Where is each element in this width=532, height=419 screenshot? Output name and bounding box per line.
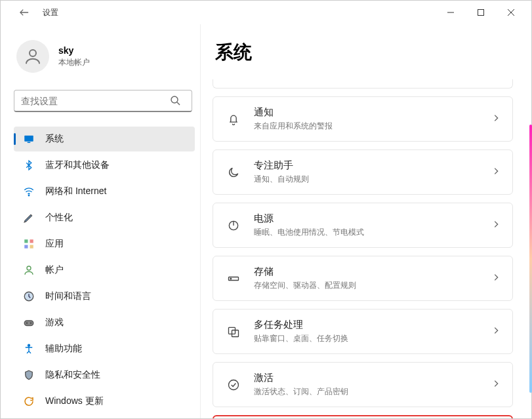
card-title: 多任务处理 — [254, 319, 491, 331]
svg-rect-9 — [30, 245, 33, 249]
chevron-right-icon — [491, 167, 501, 178]
sidebar-item-personalize[interactable]: 个性化 — [14, 205, 195, 230]
chevron-right-icon — [491, 273, 501, 285]
sidebar-item-label: 个性化 — [45, 212, 73, 224]
svg-rect-7 — [30, 239, 33, 243]
svg-point-18 — [230, 278, 232, 279]
chevron-right-icon — [491, 326, 501, 338]
card-subtitle: 睡眠、电池使用情况、节电模式 — [254, 227, 491, 238]
bell-icon — [225, 113, 242, 126]
sidebar-item-label: 隐私和安全性 — [45, 369, 100, 381]
chevron-right-icon — [491, 113, 501, 125]
chevron-right-icon — [491, 220, 501, 231]
time-icon — [23, 290, 35, 302]
privacy-icon — [23, 369, 35, 381]
card-title: 电源 — [254, 212, 491, 225]
account-icon — [23, 264, 35, 276]
sidebar-item-privacy[interactable]: 隐私和安全性 — [14, 363, 195, 388]
sidebar-item-wifi[interactable]: 网络和 Internet — [14, 179, 195, 204]
card-storage[interactable]: 存储存储空间、驱动器、配置规则 — [213, 256, 513, 301]
svg-rect-3 — [24, 136, 33, 142]
multitask-icon — [225, 325, 242, 338]
search-input[interactable] — [14, 90, 192, 112]
avatar — [16, 40, 49, 73]
sidebar-item-update[interactable]: Windows 更新 — [14, 389, 195, 413]
svg-rect-4 — [28, 142, 31, 144]
sidebar-item-label: 蓝牙和其他设备 — [45, 159, 110, 171]
card-subtitle: 贴靠窗口、桌面、任务切换 — [254, 333, 491, 344]
storage-icon — [225, 272, 242, 285]
card-title: 通知 — [254, 106, 491, 119]
back-button[interactable] — [16, 5, 32, 20]
sidebar-item-system[interactable]: 系统 — [14, 127, 195, 151]
sidebar-item-label: 辅助功能 — [45, 343, 82, 355]
svg-point-13 — [26, 323, 28, 324]
personalize-icon — [23, 212, 35, 224]
search-icon — [170, 95, 180, 108]
svg-rect-0 — [478, 10, 484, 16]
card-title: 专注助手 — [254, 159, 491, 172]
user-subtitle: 本地帐户 — [58, 57, 90, 68]
card-activate[interactable]: 激活激活状态、订阅、产品密钥 — [213, 362, 513, 407]
sidebar-item-apps[interactable]: 应用 — [14, 231, 195, 256]
card-subtitle: 来自应用和系统的警报 — [254, 121, 491, 132]
sidebar-item-label: 时间和语言 — [45, 290, 91, 302]
activate-icon — [225, 378, 242, 391]
svg-point-1 — [30, 50, 36, 56]
apps-icon — [23, 238, 35, 250]
main-panel: 系统 通知来自应用和系统的警报专注助手通知、自动规则电源睡眠、电池使用情况、节电… — [201, 24, 531, 418]
search-box[interactable] — [14, 90, 195, 112]
power-icon — [225, 219, 242, 232]
sidebar-item-label: 游戏 — [45, 317, 64, 329]
window-title: 设置 — [43, 7, 58, 18]
svg-point-10 — [27, 266, 31, 270]
card-subtitle: 激活状态、订阅、产品密钥 — [254, 386, 491, 397]
svg-rect-6 — [24, 239, 28, 243]
maximize-button[interactable] — [466, 1, 496, 24]
sidebar-item-label: 系统 — [45, 133, 64, 145]
svg-point-5 — [28, 195, 30, 196]
svg-point-2 — [171, 96, 178, 103]
svg-rect-8 — [24, 245, 28, 249]
card-power[interactable]: 电源睡眠、电池使用情况、节电模式 — [213, 203, 513, 248]
edge-decoration — [529, 125, 532, 393]
chevron-right-icon — [491, 379, 501, 391]
card-subtitle: 通知、自动规则 — [254, 174, 491, 185]
card-subtitle: 存储空间、驱动器、配置规则 — [254, 280, 491, 291]
system-icon — [23, 133, 35, 145]
card-title: 存储 — [254, 266, 491, 278]
card-multitask[interactable]: 多任务处理贴靠窗口、桌面、任务切换 — [213, 309, 513, 354]
wifi-icon — [23, 186, 35, 197]
user-name: sky — [58, 45, 90, 56]
svg-point-15 — [28, 344, 30, 346]
bluetooth-icon — [23, 159, 35, 171]
sidebar-item-account[interactable]: 帐户 — [14, 258, 195, 283]
titlebar: 设置 — [1, 1, 531, 24]
card-troubleshoot[interactable]: 疑难解答建议的疑难解答、首选项和历史记录 — [213, 415, 513, 418]
sidebar-item-accessibility[interactable]: 辅助功能 — [14, 336, 195, 361]
update-icon — [23, 395, 35, 407]
sidebar-item-label: 应用 — [45, 238, 64, 250]
sidebar-item-label: 帐户 — [45, 264, 64, 276]
svg-point-14 — [30, 323, 31, 324]
card-title: 激活 — [254, 372, 491, 384]
accessibility-icon — [23, 343, 35, 355]
sidebar-item-bluetooth[interactable]: 蓝牙和其他设备 — [14, 153, 195, 178]
minimize-button[interactable] — [436, 1, 466, 24]
gaming-icon — [23, 317, 35, 329]
svg-rect-12 — [24, 321, 33, 326]
sidebar-item-time[interactable]: 时间和语言 — [14, 284, 195, 309]
svg-point-21 — [229, 380, 239, 389]
sidebar-item-label: 网络和 Internet — [45, 186, 106, 197]
nav-list: 系统蓝牙和其他设备网络和 Internet个性化应用帐户时间和语言游戏辅助功能隐… — [14, 127, 195, 413]
sidebar-item-label: Windows 更新 — [45, 395, 104, 407]
page-title: 系统 — [213, 40, 513, 65]
user-profile[interactable]: sky 本地帐户 — [14, 40, 195, 73]
close-button[interactable] — [496, 1, 526, 24]
card-moon[interactable]: 专注助手通知、自动规则 — [213, 150, 513, 195]
moon-icon — [225, 166, 242, 179]
sidebar: sky 本地帐户 系统蓝牙和其他设备网络和 Internet个性化应用帐户时间和… — [1, 24, 201, 418]
card-bell[interactable]: 通知来自应用和系统的警报 — [213, 96, 513, 142]
sidebar-item-gaming[interactable]: 游戏 — [14, 310, 195, 335]
card-partial-top — [213, 79, 513, 89]
